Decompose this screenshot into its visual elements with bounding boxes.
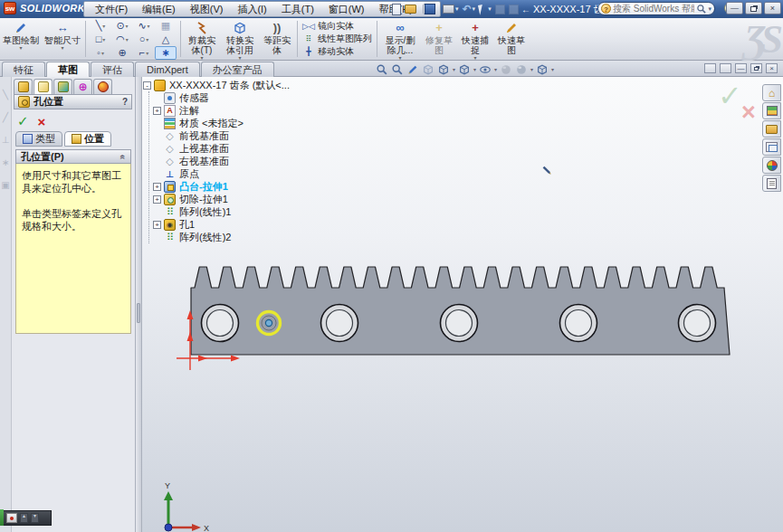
tree-item-top-plane[interactable]: ◇ 上视基准面 xyxy=(153,142,333,155)
apply-scene-icon[interactable] xyxy=(515,63,528,76)
menu-insert[interactable]: 插入(I) xyxy=(230,2,273,16)
point-tool-active[interactable]: ∗ xyxy=(155,46,177,60)
confirm-corner-cancel-icon[interactable]: × xyxy=(741,99,756,127)
tree-item-material[interactable]: 材质 <未指定> xyxy=(153,117,333,129)
tree-item-cut-extrude1[interactable]: + 切除-拉伸1 xyxy=(153,193,333,205)
tab-features[interactable]: 特征 xyxy=(2,62,45,77)
menu-window[interactable]: 窗口(W) xyxy=(321,2,372,16)
design-library-tab[interactable] xyxy=(762,102,781,119)
taskbar-bar[interactable]: ▴ ▾ xyxy=(4,510,52,526)
restore-button[interactable] xyxy=(745,2,762,14)
new-document-button[interactable] xyxy=(391,2,402,16)
convert-entities-button[interactable]: 转换实体引用 ▾ xyxy=(221,18,259,60)
tree-item-annotations[interactable]: + A 注解 xyxy=(153,104,333,117)
caret-icon[interactable]: ▾ xyxy=(530,66,533,72)
search-options-caret-icon[interactable]: ▾ xyxy=(708,5,711,13)
tree-item-origin[interactable]: ⊥ 原点 xyxy=(153,167,333,180)
caret-icon[interactable]: ▾ xyxy=(473,66,476,72)
view-settings-icon[interactable] xyxy=(536,63,549,76)
sketch-button[interactable]: 草图绘制 ▾ xyxy=(0,18,42,60)
undo-button[interactable]: ↶▾ xyxy=(462,2,477,16)
rapid-sketch-button[interactable]: 快速草图 xyxy=(493,18,530,60)
appearances-scenes-tab[interactable] xyxy=(762,157,781,174)
tree-item-boss-extrude1[interactable]: + 凸台-拉伸1 xyxy=(153,180,333,193)
display-delete-relations-button[interactable]: ∞ 显示/删除几... ▾ xyxy=(379,18,421,60)
circle-tool[interactable]: ⊙▾ xyxy=(111,19,133,33)
select-button[interactable]: ▾ xyxy=(478,2,492,16)
previous-view-icon[interactable] xyxy=(406,63,419,76)
divider-grip[interactable] xyxy=(137,303,140,323)
search-icon[interactable] xyxy=(696,4,707,14)
tree-collapse-box[interactable]: - xyxy=(143,81,151,90)
group-header[interactable]: 孔位置(P) « xyxy=(15,149,131,164)
view-palette-tab[interactable] xyxy=(762,138,781,156)
mirror-entities-button[interactable]: ▷◁ 镜向实体 xyxy=(302,21,372,33)
polygon-tool[interactable]: △ xyxy=(155,33,177,46)
tree-expand-box[interactable]: + xyxy=(153,195,161,204)
hole-center-point[interactable] xyxy=(265,319,272,326)
centerpoint-tool[interactable]: ⊕ xyxy=(111,46,133,60)
save-button[interactable]: ▾ xyxy=(424,2,441,16)
quick-snaps-button[interactable]: + 快速捕捉 ▾ xyxy=(457,18,493,60)
configurationmanager-tab[interactable] xyxy=(53,79,72,94)
file-explorer-tab[interactable] xyxy=(762,120,781,138)
help-search-box[interactable]: ? ▾ xyxy=(597,2,715,15)
smart-dimension-button[interactable]: ↔ 智能尺寸 ▾ xyxy=(42,18,83,60)
open-button[interactable]: ▾ xyxy=(404,2,422,16)
offset-entities-button[interactable]: )) 等距实体 xyxy=(259,18,295,60)
view-orientation-icon[interactable] xyxy=(437,63,450,76)
trim-entities-button[interactable]: 剪裁实体(T) ▾ xyxy=(183,18,221,60)
linear-sketch-pattern-button[interactable]: ⠿ 线性草图阵列 xyxy=(302,33,372,45)
minimize-button[interactable]: — xyxy=(726,2,743,14)
tab-office-products[interactable]: 办公室产品 xyxy=(201,62,274,77)
doc-close-button[interactable]: × xyxy=(766,63,778,73)
caret-icon[interactable]: ▾ xyxy=(494,66,497,72)
menu-tools[interactable]: 工具(T) xyxy=(274,2,321,16)
displaymanager-tab[interactable] xyxy=(93,79,112,94)
tab-dimxpert[interactable]: DimXpert xyxy=(135,62,200,77)
doc-restore-button[interactable] xyxy=(750,63,762,73)
display-style-icon[interactable] xyxy=(458,63,471,76)
line-tool[interactable]: ╲▾ xyxy=(90,19,111,33)
zoom-fit-icon[interactable] xyxy=(376,63,388,76)
pm-help-icon[interactable]: ? xyxy=(122,97,128,107)
tree-item-hole1[interactable]: + ◉ 孔1 xyxy=(153,218,333,231)
move-entities-button[interactable]: ╋ 移动实体 xyxy=(302,46,372,58)
tree-item-right-plane[interactable]: ◇ 右视基准面 xyxy=(153,155,333,167)
rectangle-tool[interactable]: □▾ xyxy=(90,33,111,46)
tree-root-row[interactable]: - XX-XXXX-17 齿条 (默认<... xyxy=(143,79,333,91)
tree-expand-box[interactable]: + xyxy=(153,107,161,115)
collapse-menu-arrow-icon[interactable]: ← xyxy=(521,5,530,14)
tree-item-lpattern2[interactable]: ⠿ 阵列(线性)2 xyxy=(153,231,333,243)
tab-sketch[interactable]: 草图 xyxy=(46,62,90,77)
ellipse-tool[interactable]: ○▾ xyxy=(133,33,155,46)
tree-expand-box[interactable]: + xyxy=(153,221,161,229)
zoom-area-icon[interactable] xyxy=(391,63,404,76)
custom-properties-tab[interactable] xyxy=(762,175,781,192)
menu-edit[interactable]: 编辑(E) xyxy=(135,2,183,16)
close-button[interactable]: × xyxy=(764,2,781,14)
tree-item-front-plane[interactable]: ◇ 前视基准面 xyxy=(153,129,333,142)
doc-pane-icon[interactable] xyxy=(720,63,731,73)
caret-icon[interactable]: ▾ xyxy=(453,66,455,72)
featuremanager-tab[interactable] xyxy=(14,79,33,94)
tab-hole-type[interactable]: 类型 xyxy=(15,131,62,147)
collapse-chevron-icon[interactable]: « xyxy=(119,154,129,159)
caret-icon[interactable]: ▾ xyxy=(551,66,554,72)
dimxpertmanager-tab[interactable]: ⊕ xyxy=(73,79,92,94)
tree-expand-box[interactable]: + xyxy=(153,183,161,191)
hide-show-items-icon[interactable] xyxy=(479,63,492,76)
doc-minimize-button[interactable]: — xyxy=(735,63,747,73)
taskbar-down-button[interactable]: ▾ xyxy=(31,513,39,523)
centerline-tool[interactable]: ⌐▾ xyxy=(133,46,155,60)
taskbar-up-button[interactable]: ▴ xyxy=(20,513,28,523)
menu-file[interactable]: 文件(F) xyxy=(88,2,135,16)
taskbar-app-icon[interactable] xyxy=(6,513,17,523)
arc-tool[interactable]: ◠▾ xyxy=(111,33,133,46)
tab-evaluate[interactable]: 评估 xyxy=(91,62,134,77)
confirm-corner-ok-icon[interactable]: ✓ xyxy=(718,79,742,113)
print-button[interactable]: ▾ xyxy=(442,2,460,16)
tree-item-lpattern1[interactable]: ⠿ 阵列(线性)1 xyxy=(153,205,333,218)
tree-item-sensors[interactable]: 传感器 xyxy=(153,91,333,104)
panel-divider[interactable] xyxy=(136,77,142,532)
